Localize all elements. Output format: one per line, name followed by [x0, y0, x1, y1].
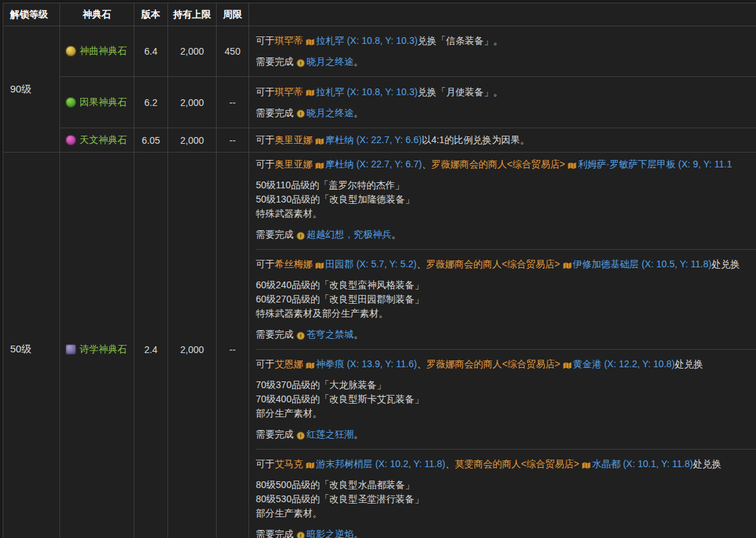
- tomestone-poetics-icon: [65, 344, 76, 355]
- map-location-link[interactable]: 田园郡 (X: 5.7, Y: 5.2): [325, 259, 416, 269]
- tomestone-causality-icon: [65, 97, 76, 108]
- desc-text: 兑换「月使装备」。: [418, 86, 503, 97]
- map-location-link[interactable]: 摩杜纳 (X: 22.7, Y: 6.6): [325, 134, 422, 145]
- desc-text: 80级500品级的「改良型水晶都装备」: [256, 479, 414, 490]
- map-location-link[interactable]: 游末邦树梢层 (X: 10.2, Y: 11.8): [316, 458, 446, 469]
- column-header: [249, 3, 756, 26]
- map-marker-icon: [306, 362, 315, 369]
- column-header: 神典石: [60, 3, 134, 26]
- exchange-section: 可于艾恩娜神拳痕 (X: 13.9, Y: 11.6)、罗薇娜商会的商人<综合贸…: [256, 357, 756, 441]
- npc-link[interactable]: 罗薇娜商会的商人<综合贸易店>: [431, 159, 565, 169]
- npc-link[interactable]: 艾马克: [275, 458, 303, 469]
- npc-link[interactable]: 莫雯商会的商人<综合贸易店>: [455, 458, 579, 469]
- exchange-section: 可于艾马克游末邦树梢层 (X: 10.2, Y: 11.8)、莫雯商会的商人<综…: [256, 457, 756, 538]
- quest-icon: [296, 232, 305, 240]
- table-row: 50级诗学神典石2.42,000--可于奥里亚娜摩杜纳 (X: 22.7, Y:…: [3, 153, 756, 538]
- quest-link[interactable]: 超越幻想，究极神兵: [306, 229, 392, 240]
- desc-text: 、: [422, 159, 431, 169]
- desc-text: 。: [354, 107, 363, 118]
- desc-text: 可于: [256, 35, 275, 46]
- quest-icon: [296, 59, 305, 68]
- map-marker-icon: [306, 462, 315, 469]
- map-location-link[interactable]: 伊修加德基础层 (X: 10.5, Y: 11.8): [573, 259, 712, 269]
- npc-link[interactable]: 琪罕蒂: [275, 35, 303, 46]
- exchange-section: 可于奥里亚娜摩杜纳 (X: 22.7, Y: 6.6)以4:1的比例兑换为因果。: [256, 133, 756, 147]
- map-marker-icon: [563, 362, 572, 369]
- npc-link[interactable]: 奥里亚娜: [275, 159, 313, 169]
- map-marker-icon: [568, 162, 576, 169]
- npc-link[interactable]: 罗薇娜商会的商人<综合贸易店>: [427, 358, 560, 369]
- npc-link[interactable]: 艾恩娜: [275, 358, 303, 369]
- desc-text: 50级130品级的「改良型加隆德装备」: [256, 194, 414, 205]
- section-divider: [256, 249, 756, 250]
- quest-icon: [296, 531, 305, 538]
- desc-text: 。: [354, 429, 363, 439]
- desc-text: 需要完成: [256, 229, 294, 240]
- table-row: 90级神曲神典石6.42,000450可于琪罕蒂拉札罕 (X: 10.8, Y:…: [3, 26, 756, 77]
- table-row: 因果神典石6.22,000--可于琪罕蒂拉札罕 (X: 10.8, Y: 10.…: [3, 77, 756, 128]
- weekly-limit-cell: --: [217, 153, 249, 538]
- desc-text: 、: [446, 458, 455, 469]
- map-marker-icon: [563, 262, 572, 269]
- exchange-section: 可于奥里亚娜摩杜纳 (X: 22.7, Y: 6.7)、罗薇娜商会的商人<综合贸…: [256, 157, 756, 242]
- quest-icon: [296, 331, 305, 340]
- map-location-link[interactable]: 黄金港 (X: 12.2, Y: 10.8): [573, 358, 675, 369]
- desc-text: 部分生产素材。: [256, 508, 322, 518]
- desc-text: 50级110品级的「盖罗尔特的杰作」: [256, 180, 404, 190]
- description-cell: 可于奥里亚娜摩杜纳 (X: 22.7, Y: 6.7)、罗薇娜商会的商人<综合贸…: [249, 153, 756, 538]
- quest-icon: [296, 431, 305, 440]
- weekly-limit-cell: --: [217, 128, 249, 153]
- map-marker-icon: [315, 138, 324, 145]
- npc-link[interactable]: 罗薇娜商会的商人<综合贸易店>: [426, 259, 560, 269]
- desc-text: 70级400品级的「改良型斯卡艾瓦装备」: [256, 394, 424, 404]
- desc-text: 。: [354, 529, 363, 538]
- tomestone-link[interactable]: 神曲神典石: [80, 45, 127, 57]
- map-location-link[interactable]: 摩杜纳 (X: 22.7, Y: 6.7): [325, 159, 422, 169]
- stone-cell: 诗学神典石: [60, 153, 134, 538]
- desc-text: 、: [416, 259, 426, 269]
- quest-link[interactable]: 晓月之终途: [306, 56, 354, 67]
- desc-text: 可于: [256, 358, 275, 369]
- map-marker-icon: [315, 262, 324, 269]
- desc-text: 需要完成: [256, 107, 294, 118]
- npc-link[interactable]: 希丝梅娜: [275, 259, 313, 269]
- description-cell: 可于琪罕蒂拉札罕 (X: 10.8, Y: 10.3)兑换「信条装备」。需要完成…: [249, 26, 756, 77]
- map-marker-icon: [306, 38, 315, 46]
- tomestone-link[interactable]: 因果神典石: [80, 97, 127, 109]
- desc-text: 需要完成: [256, 429, 294, 439]
- tomestone-comedy-icon: [65, 46, 76, 57]
- map-location-link[interactable]: 利姆萨·罗敏萨下层甲板 (X: 9, Y: 11.1: [578, 159, 732, 169]
- npc-link[interactable]: 琪罕蒂: [275, 86, 303, 97]
- stone-cell: 神曲神典石: [60, 26, 134, 77]
- cap-cell: 2,000: [168, 128, 217, 153]
- quest-link[interactable]: 晓月之终途: [306, 107, 354, 118]
- map-location-link[interactable]: 拉札罕 (X: 10.8, Y: 10.3): [316, 86, 418, 97]
- quest-link[interactable]: 苍穹之禁城: [306, 329, 354, 340]
- weekly-limit-cell: 450: [217, 26, 249, 77]
- quest-link[interactable]: 暗影之逆焰: [306, 529, 354, 538]
- desc-text: 可于: [256, 259, 275, 269]
- tomestone-link[interactable]: 诗学神典石: [80, 344, 127, 356]
- exchange-section: 可于希丝梅娜田园郡 (X: 5.7, Y: 5.2)、罗薇娜商会的商人<综合贸易…: [256, 257, 756, 342]
- map-location-link[interactable]: 神拳痕 (X: 13.9, Y: 11.6): [316, 358, 417, 369]
- weekly-limit-cell: --: [217, 77, 249, 128]
- section-divider: [256, 449, 756, 450]
- desc-text: 。: [354, 56, 363, 67]
- version-cell: 6.2: [134, 77, 168, 128]
- quest-link[interactable]: 红莲之狂潮: [306, 429, 354, 439]
- map-marker-icon: [306, 89, 315, 97]
- unlock-level-cell: 90级: [3, 26, 60, 153]
- desc-text: 60级270品级的「改良型田园郡制装备」: [256, 294, 424, 304]
- desc-text: 可于: [256, 86, 275, 97]
- desc-text: 以4:1的比例兑换为因果。: [422, 134, 529, 145]
- table-header-row: 解锁等级神典石版本持有上限周限: [3, 3, 756, 26]
- cap-cell: 2,000: [168, 26, 217, 77]
- desc-text: 特殊武器素材。: [256, 208, 322, 219]
- map-location-link[interactable]: 拉札罕 (X: 10.8, Y: 10.3): [316, 35, 418, 46]
- desc-text: 需要完成: [256, 56, 294, 67]
- tomestone-link[interactable]: 天文神典石: [80, 134, 127, 146]
- cap-cell: 2,000: [168, 153, 217, 538]
- map-location-link[interactable]: 水晶都 (X: 10.1, Y: 11.8): [592, 458, 693, 469]
- desc-text: 兑换「信条装备」。: [418, 35, 503, 46]
- npc-link[interactable]: 奥里亚娜: [275, 134, 313, 145]
